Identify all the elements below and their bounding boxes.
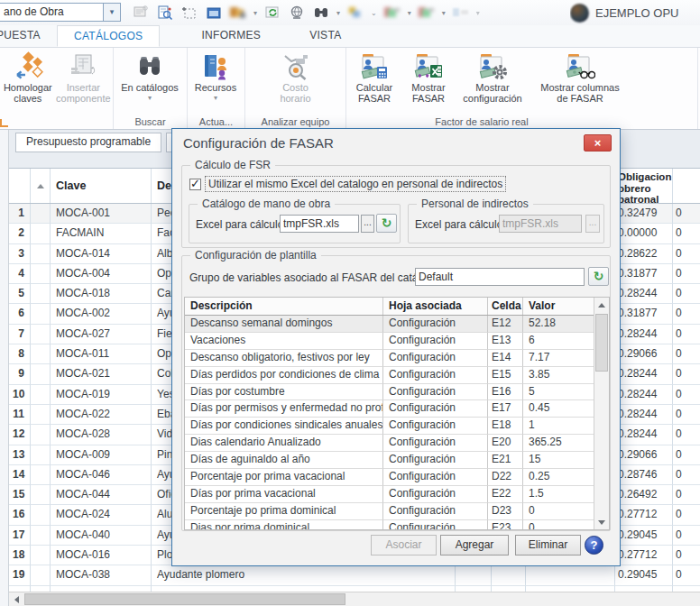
homologar-claves-button[interactable]: Homologar claves	[2, 51, 54, 104]
blurred-faded-icon[interactable]	[452, 4, 470, 22]
cell-clave[interactable]: MOCA-019	[51, 385, 152, 405]
cell-celda[interactable]: E22	[488, 486, 523, 503]
cell-obligacion[interactable]: 0.28622	[615, 244, 673, 264]
blurred-command-icon[interactable]	[418, 4, 436, 22]
cell-clave[interactable]: MOCA-001	[51, 204, 152, 224]
cell-clave[interactable]: MOCA-022	[51, 405, 152, 425]
chevron-down-icon[interactable]: ▾	[336, 9, 340, 17]
cell-obligacion[interactable]: 0.29066	[615, 445, 673, 465]
cell-valor[interactable]: 0.45	[523, 400, 594, 418]
cell-descripcion[interactable]: Días por prima vacacional	[185, 486, 383, 503]
tab-informes[interactable]: INFORMES	[185, 25, 277, 47]
header-sort[interactable]	[31, 169, 51, 203]
cell-obligacion[interactable]: 0.31877	[615, 264, 673, 284]
agregar-button[interactable]: Agregar	[440, 535, 509, 556]
cell-clave[interactable]: MOCA-002	[51, 304, 152, 324]
cell-hoja[interactable]: Configuración	[383, 400, 488, 418]
cell-celda[interactable]: D22	[488, 469, 523, 486]
horizontal-scrollbar[interactable]	[9, 592, 700, 606]
cell-col4[interactable]	[456, 565, 492, 585]
variables-group-input[interactable]	[415, 268, 585, 286]
cell-hoja[interactable]: Configuración	[383, 418, 488, 435]
cell-obligacion[interactable]: 0.28244	[615, 284, 673, 304]
cell-celda[interactable]: E18	[488, 418, 523, 435]
checkbox-label[interactable]: Utilizar el mismo Excel del catalogo en …	[206, 177, 505, 191]
cell-celda[interactable]: E21	[488, 452, 523, 469]
cell-valor[interactable]: 7.17	[523, 350, 594, 367]
variable-row[interactable]: Días por permisos y enfermedad no profe.…	[185, 400, 609, 418]
cell-valor[interactable]: 15	[523, 452, 594, 469]
cell-descripcion[interactable]: Descanso obligatorio, festivos por ley	[185, 350, 383, 367]
horizontal-scrollbar-thumb[interactable]	[24, 593, 345, 605]
cell-clave[interactable]: MOCA-040	[51, 526, 152, 546]
cell-extra[interactable]: 0	[673, 546, 700, 565]
cell-descripcion[interactable]: Porcentaje por prima vacacional	[185, 469, 383, 486]
binoculars-icon[interactable]	[312, 4, 330, 22]
variable-row[interactable]: Días de aguinaldo al año Configuración E…	[185, 452, 609, 469]
cell-descripcion[interactable]: Dias calendario Anualizado	[185, 435, 383, 452]
variable-row[interactable]: Días por prima vacacional Configuración …	[185, 486, 609, 503]
cell-hoja[interactable]: Configuración	[383, 333, 488, 350]
variable-row[interactable]: Porcentaje po prima dominical Configurac…	[185, 503, 609, 520]
variable-row[interactable]: Descanso obligatorio, festivos por ley C…	[185, 350, 609, 367]
cell-extra[interactable]: 0	[673, 204, 700, 224]
cell-extra[interactable]: 0	[673, 565, 700, 585]
cell-hoja[interactable]: Configuración	[383, 503, 488, 520]
cell-celda[interactable]: E15	[488, 367, 523, 384]
header-clave[interactable]: Clave	[51, 169, 152, 203]
browse-button[interactable]: ...	[361, 215, 374, 233]
search-document-icon[interactable]	[156, 4, 174, 22]
insertar-componente-button[interactable]: Insertar componente	[56, 51, 111, 104]
cell-clave[interactable]: MOCA-018	[51, 284, 152, 304]
cell-descripcion[interactable]: Días por condiciones sindicales anuales	[185, 418, 383, 435]
cell-valor[interactable]: 1.5	[523, 486, 594, 503]
cell-celda[interactable]: E20	[488, 435, 523, 452]
scroll-up-button[interactable]	[594, 298, 609, 312]
cell-obligacion[interactable]: 0.28244	[615, 325, 673, 344]
en-catalogos-button[interactable]: En catálogos ▾	[115, 51, 184, 104]
cell-extra[interactable]: 0	[673, 385, 700, 405]
variable-row[interactable]: Días por condiciones sindicales anuales …	[185, 418, 609, 435]
cell-valor[interactable]: 365.25	[523, 435, 594, 452]
window-icon[interactable]	[205, 4, 223, 22]
cell-valor[interactable]: 52.18	[523, 316, 594, 333]
variable-row[interactable]: Vacaciones Configuración E13 6	[185, 333, 609, 350]
cell-descripcion[interactable]: Ayudante plomero	[152, 565, 456, 585]
cell-clave[interactable]: MOCA-016	[51, 546, 152, 565]
cell-celda[interactable]: E13	[488, 333, 523, 350]
header-descripcion[interactable]: Descripción	[185, 298, 383, 315]
blurred-tool-icon[interactable]	[346, 4, 364, 22]
cell-clave[interactable]: MOCA-014	[51, 244, 152, 264]
cell-extra[interactable]: 0	[673, 465, 700, 485]
eliminar-button[interactable]: Eliminar	[515, 535, 581, 556]
cell-celda[interactable]: E17	[488, 400, 523, 418]
cell-obligacion[interactable]: 0.00000	[615, 224, 673, 243]
cell-celda[interactable]: E16	[488, 384, 523, 401]
close-button[interactable]: ×	[584, 134, 612, 152]
tab-presupuesto-programable[interactable]: Presupuesto programable	[15, 133, 161, 152]
cell-hoja[interactable]: Configuración	[383, 486, 488, 503]
cell-hoja[interactable]: Configuración	[383, 384, 488, 401]
chevron-down-icon[interactable]: ▾	[103, 4, 120, 21]
cell-hoja[interactable]: Configuración	[383, 452, 488, 469]
cell-obligacion[interactable]: 0.26492	[615, 485, 673, 505]
cell-obligacion[interactable]: 0.27712	[615, 505, 673, 525]
cell-obligacion[interactable]: 0.29066	[615, 344, 673, 364]
cell-obligacion[interactable]: 0.28244	[615, 385, 673, 405]
cell-extra[interactable]: 0	[673, 445, 700, 465]
cell-clave[interactable]: MOCA-011	[51, 344, 152, 364]
vertical-scrollbar-thumb[interactable]	[595, 314, 608, 372]
cell-clave[interactable]: MOCA-027	[51, 325, 152, 344]
refresh-icon[interactable]	[263, 4, 281, 22]
cell-valor[interactable]: 6	[523, 333, 594, 350]
cell-hoja[interactable]: Configuración	[383, 520, 488, 530]
cell-extra[interactable]: 0	[673, 526, 700, 546]
cell-extra[interactable]: 0	[673, 405, 700, 425]
mostrar-configuracion-button[interactable]: Mostrar configuración	[456, 51, 529, 104]
cell-extra[interactable]: 0	[673, 485, 700, 505]
cell-extra[interactable]: 0	[673, 425, 700, 445]
screen-icon[interactable]	[288, 4, 306, 22]
blurred-command-icon[interactable]	[383, 4, 401, 22]
cell-valor[interactable]: 1	[523, 418, 594, 435]
cell-extra[interactable]: 0	[673, 264, 700, 284]
